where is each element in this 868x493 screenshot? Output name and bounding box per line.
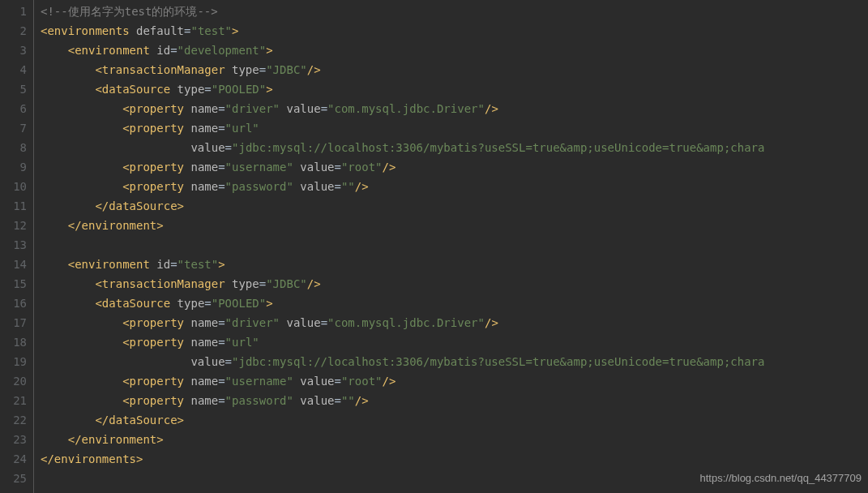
token-eq: =: [218, 394, 224, 407]
token-val: "username": [225, 161, 293, 174]
token-text: [41, 277, 95, 290]
token-tag: />: [383, 375, 396, 388]
code-line[interactable]: value="jdbc:mysql://localhost:3306/mybat…: [41, 138, 868, 157]
code-line[interactable]: <environments default="test">: [41, 21, 868, 41]
token-val: "test": [190, 24, 232, 37]
code-line[interactable]: <dataSource type="POOLED">: [41, 79, 868, 99]
token-eq: =: [335, 161, 341, 174]
token-text: [41, 297, 95, 310]
token-attr: id: [156, 44, 170, 57]
token-eq: =: [335, 394, 341, 407]
token-attr: value: [300, 161, 334, 174]
token-tag: <property: [122, 375, 190, 388]
token-text: [41, 336, 122, 349]
token-eq: =: [335, 180, 341, 193]
token-attr: name: [190, 375, 218, 388]
token-eq: =: [218, 180, 224, 193]
token-text: [41, 316, 122, 329]
token-attr: id: [156, 258, 170, 271]
code-line[interactable]: </dataSource>: [41, 196, 868, 216]
code-line[interactable]: <property name="password" value=""/>: [41, 177, 868, 196]
line-number: 22: [5, 410, 27, 430]
token-eq: =: [218, 122, 224, 135]
code-editor[interactable]: 1234567891011121314151617181920212223242…: [0, 0, 868, 493]
token-tag: </environment>: [68, 219, 164, 232]
line-number: 6: [5, 99, 27, 118]
token-tag: <property: [122, 336, 190, 349]
code-line[interactable]: <property name="url": [41, 118, 868, 138]
token-tag: <environments: [41, 24, 136, 37]
code-line[interactable]: <property name="driver" value="com.mysql…: [41, 99, 868, 118]
token-eq: =: [225, 141, 232, 154]
code-line[interactable]: <property name="url": [41, 332, 868, 352]
token-tag: />: [485, 102, 498, 115]
token-attr: value: [300, 180, 334, 193]
line-number: 5: [5, 79, 27, 99]
line-number: 23: [5, 430, 27, 449]
token-tag: <property: [122, 102, 190, 115]
code-line[interactable]: [41, 235, 868, 255]
token-attr: name: [190, 161, 218, 174]
code-line[interactable]: </dataSource>: [41, 410, 868, 430]
token-val: "com.mysql.jdbc.Driver": [327, 102, 485, 115]
token-attr: name: [190, 316, 218, 329]
code-line[interactable]: <transactionManager type="JDBC"/>: [41, 274, 868, 294]
token-tag: >: [266, 83, 272, 96]
line-number: 11: [5, 196, 27, 216]
token-text: [41, 433, 68, 446]
token-attr: type: [232, 277, 259, 290]
token-text: [41, 355, 190, 368]
token-eq: =: [218, 161, 224, 174]
code-line[interactable]: <environment id="test">: [41, 255, 868, 274]
code-line[interactable]: [41, 469, 868, 488]
token-val: "password": [225, 394, 293, 407]
line-number: 2: [5, 21, 27, 41]
token-text: [41, 161, 122, 174]
token-val: "username": [225, 375, 293, 388]
code-line[interactable]: value="jdbc:mysql://localhost:3306/mybat…: [41, 352, 868, 371]
token-text: [41, 180, 122, 193]
token-attr: name: [190, 122, 218, 135]
token-text: [41, 219, 68, 232]
code-line[interactable]: <property name="username" value="root"/>: [41, 371, 868, 391]
code-line[interactable]: </environment>: [41, 216, 868, 235]
token-text: [41, 102, 122, 115]
token-val: "root": [341, 161, 383, 174]
token-tag: <property: [122, 394, 190, 407]
code-line[interactable]: <!--使用名字为test的的环境-->: [41, 2, 868, 21]
token-tag: <property: [122, 180, 190, 193]
code-line[interactable]: </environment>: [41, 430, 868, 449]
token-val: "JDBC": [266, 63, 307, 76]
code-line[interactable]: <dataSource type="POOLED">: [41, 294, 868, 313]
code-line[interactable]: </environments>: [41, 449, 868, 469]
code-line[interactable]: <property name="driver" value="com.mysql…: [41, 313, 868, 332]
line-number: 24: [5, 449, 27, 469]
line-number: 17: [5, 313, 27, 332]
code-area[interactable]: <!--使用名字为test的的环境--><environments defaul…: [34, 0, 868, 493]
token-tag: />: [355, 180, 369, 193]
token-attr: value: [300, 375, 334, 388]
token-val: "jdbc:mysql://localhost:3306/mybatis?use…: [232, 355, 764, 368]
line-number-gutter: 1234567891011121314151617181920212223242…: [0, 0, 34, 493]
token-tag: >: [218, 258, 224, 271]
token-val: "driver": [225, 102, 280, 115]
token-text: [41, 199, 95, 212]
token-attr: value: [286, 102, 320, 115]
token-val: "development": [177, 44, 267, 57]
token-attr: name: [190, 102, 218, 115]
line-number: 20: [5, 371, 27, 391]
code-line[interactable]: <environment id="development">: [41, 41, 868, 60]
code-line[interactable]: <property name="password" value=""/>: [41, 391, 868, 410]
token-attr: default: [136, 24, 184, 37]
token-eq: =: [204, 83, 211, 96]
token-val: "JDBC": [266, 277, 307, 290]
code-line[interactable]: <property name="username" value="root"/>: [41, 157, 868, 177]
token-attr: type: [232, 63, 259, 76]
token-tag: <transactionManager: [95, 277, 232, 290]
token-val: "password": [225, 180, 293, 193]
token-eq: =: [218, 316, 224, 329]
token-val: "": [341, 394, 355, 407]
code-line[interactable]: <transactionManager type="JDBC"/>: [41, 60, 868, 79]
token-attr: name: [190, 394, 218, 407]
token-attr: value: [286, 316, 320, 329]
